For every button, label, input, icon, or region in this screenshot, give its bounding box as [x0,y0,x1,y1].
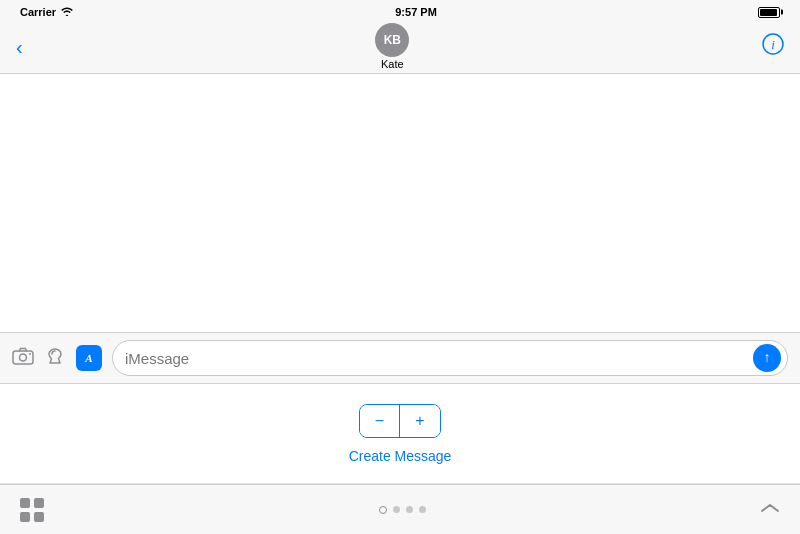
appstore-icon[interactable]: A [76,345,102,371]
svg-rect-2 [13,351,33,364]
message-area [0,74,800,332]
back-button[interactable]: ‹ [16,37,23,57]
camera-icon[interactable] [12,347,34,370]
apps-dot [20,512,30,522]
wifi-icon [60,6,74,19]
svg-point-4 [29,353,31,355]
status-bar: Carrier 9:57 PM [0,0,800,22]
nav-center: KB Kate [375,23,409,70]
avatar-initials: KB [384,33,401,47]
nav-bar: ‹ KB Kate i [0,22,800,74]
minus-button[interactable]: − [360,405,400,437]
battery-icon [758,7,780,18]
page-dot-indicator [406,506,413,513]
digital-touch-area: − + Create Message [0,384,800,484]
imessage-input-wrap: ↑ [112,340,788,376]
status-left: Carrier [20,6,74,19]
send-icon: ↑ [764,350,771,364]
page-indicators [379,506,426,514]
create-message-label[interactable]: Create Message [349,448,452,464]
apps-dot [34,512,44,522]
apps-dot [20,498,30,508]
svg-point-3 [20,354,27,361]
collapse-button[interactable] [760,499,780,520]
svg-text:i: i [771,37,775,52]
page-dot-indicator [393,506,400,513]
avatar: KB [375,23,409,57]
send-button[interactable]: ↑ [753,344,781,372]
app-container: Carrier 9:57 PM ‹ KB Kate [0,0,800,534]
info-button[interactable]: i [762,33,784,60]
back-chevron-icon: ‹ [16,37,23,57]
status-right [758,7,780,18]
bottom-toolbar [0,484,800,534]
carrier-label: Carrier [20,6,56,18]
digital-touch-icon[interactable] [44,347,66,370]
apps-dot [34,498,44,508]
page-dot-indicator [379,506,387,514]
minus-icon: − [375,412,384,430]
page-dot-indicator [419,506,426,513]
plus-icon: + [415,412,424,430]
plus-button[interactable]: + [400,405,440,437]
contact-name: Kate [381,58,404,70]
svg-text:A: A [84,352,92,364]
input-bar: A ↑ [0,332,800,384]
imessage-input[interactable] [125,350,753,367]
time-label: 9:57 PM [395,6,437,18]
dt-buttons: − + [359,404,441,438]
apps-grid-button[interactable] [20,498,44,522]
